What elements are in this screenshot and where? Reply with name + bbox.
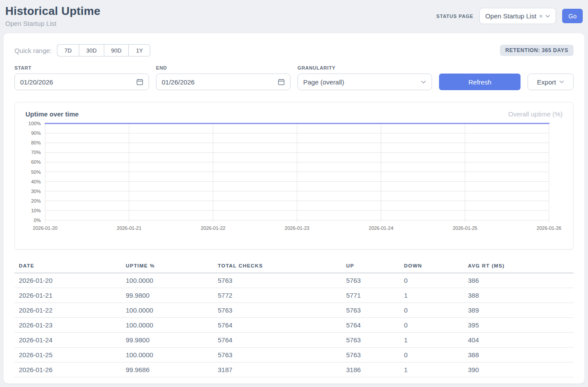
- table-cell: 388: [464, 348, 574, 362]
- export-button[interactable]: Export: [528, 74, 574, 90]
- status-page-select[interactable]: Open Startup List ×: [479, 8, 556, 24]
- uptime-table: DATEUPTIME %TOTAL CHECKSUPDOWNAVG RT (MS…: [14, 260, 574, 377]
- table-cell: 0: [400, 273, 464, 288]
- table-cell: 388: [464, 288, 574, 303]
- table-row: 2026-01-22100.0000576357630389: [14, 303, 574, 318]
- calendar-icon[interactable]: [278, 78, 285, 85]
- table-cell: 2026-01-26: [14, 362, 121, 377]
- column-header: TOTAL CHECKS: [213, 260, 342, 273]
- svg-text:2026-01-23: 2026-01-23: [285, 225, 309, 231]
- column-header: AVG RT (MS): [464, 260, 574, 273]
- table-cell: 1: [400, 333, 464, 348]
- end-field: END 01/26/2026: [156, 65, 290, 90]
- svg-text:70%: 70%: [31, 150, 41, 155]
- table-cell: 5771: [342, 288, 400, 303]
- svg-text:90%: 90%: [31, 130, 41, 136]
- table-row: 2026-01-23100.0000576457640395: [14, 318, 574, 333]
- table-cell: 3187: [213, 362, 342, 377]
- table-cell: 386: [464, 273, 574, 288]
- svg-text:2026-01-21: 2026-01-21: [117, 225, 142, 231]
- svg-text:80%: 80%: [31, 140, 41, 145]
- retention-badge: RETENTION: 365 DAYS: [500, 45, 574, 56]
- table-cell: 5764: [213, 333, 342, 348]
- table-row: 2026-01-2499.9800576457631404: [14, 333, 574, 348]
- start-date-input[interactable]: 01/20/2026: [14, 74, 149, 90]
- table-cell: 99.9686: [121, 362, 213, 377]
- column-header: UPTIME %: [121, 260, 213, 273]
- table-row: 2026-01-20100.0000576357630386: [14, 273, 574, 288]
- end-label: END: [156, 65, 290, 70]
- svg-text:2026-01-26: 2026-01-26: [537, 225, 561, 231]
- table-row: 2026-01-25100.0000576357630388: [14, 348, 574, 362]
- table-cell: 2026-01-20: [14, 273, 121, 288]
- refresh-button[interactable]: Refresh: [439, 74, 521, 90]
- column-header: DOWN: [400, 260, 464, 273]
- chevron-down-icon: [545, 14, 550, 19]
- status-page-select-value: Open Startup List: [485, 12, 536, 20]
- header-right: STATUS PAGE Open Startup List × Go: [436, 4, 583, 24]
- svg-text:10%: 10%: [31, 208, 41, 213]
- table-row: 2026-01-2199.9800577257711388: [14, 288, 574, 303]
- svg-text:40%: 40%: [31, 179, 41, 184]
- table-cell: 390: [464, 362, 574, 377]
- quick-range-7d[interactable]: 7D: [57, 44, 79, 56]
- table-cell: 395: [464, 318, 574, 333]
- table-cell: 2026-01-24: [14, 333, 121, 348]
- table-cell: 389: [464, 303, 574, 318]
- table-cell: 99.9800: [121, 288, 213, 303]
- chart-title: Uptime over time: [25, 110, 79, 118]
- svg-text:2026-01-25: 2026-01-25: [453, 225, 477, 231]
- svg-text:50%: 50%: [31, 169, 41, 175]
- uptime-line-chart: 0%10%20%30%40%50%60%70%80%90%100%2026-01…: [25, 120, 563, 235]
- granularity-select[interactable]: Page (overall): [298, 74, 432, 90]
- table-cell: 5763: [342, 348, 400, 362]
- table-cell: 5763: [342, 273, 400, 288]
- chevron-down-icon: [559, 79, 564, 84]
- end-date-input[interactable]: 01/26/2026: [156, 74, 290, 90]
- table-body: 2026-01-20100.00005763576303862026-01-21…: [14, 273, 574, 377]
- svg-text:30%: 30%: [31, 189, 41, 194]
- status-page-label: STATUS PAGE: [436, 14, 474, 19]
- calendar-icon[interactable]: [136, 78, 143, 85]
- table-row: 2026-01-2699.9686318731861390: [14, 362, 574, 377]
- chevron-down-icon: [421, 79, 426, 85]
- table-cell: 5763: [213, 273, 342, 288]
- table-cell: 2026-01-22: [14, 303, 121, 318]
- table-header-row: DATEUPTIME %TOTAL CHECKSUPDOWNAVG RT (MS…: [14, 260, 574, 273]
- quick-range-30d[interactable]: 30D: [79, 44, 104, 56]
- quick-range-group: 7D30D90D1Y: [57, 44, 150, 56]
- page-subtitle: Open Startup List: [5, 20, 100, 27]
- quick-range-label: Quick range:: [14, 47, 52, 54]
- uptime-chart-card: Uptime over time Overall uptime (%) 0%10…: [14, 102, 574, 250]
- table-cell: 5763: [213, 348, 342, 362]
- table-cell: 5772: [213, 288, 342, 303]
- start-label: START: [14, 65, 149, 70]
- table-cell: 0: [400, 348, 464, 362]
- export-label: Export: [537, 78, 556, 86]
- svg-text:0%: 0%: [34, 218, 41, 223]
- table-cell: 0: [400, 318, 464, 333]
- main-card: Quick range: 7D30D90D1Y RETENTION: 365 D…: [4, 33, 584, 383]
- chart-header: Uptime over time Overall uptime (%): [25, 110, 563, 118]
- go-button[interactable]: Go: [562, 9, 583, 23]
- quick-range-90d[interactable]: 90D: [104, 44, 129, 56]
- table-cell: 2026-01-23: [14, 318, 121, 333]
- quick-range-1y[interactable]: 1Y: [128, 44, 150, 56]
- table-cell: 1: [400, 288, 464, 303]
- table-cell: 100.0000: [121, 303, 213, 318]
- clear-selection-icon[interactable]: ×: [539, 13, 542, 19]
- filters-row: START 01/20/2026 END 01/26/2026 GRANULAR…: [14, 65, 574, 90]
- table-cell: 5764: [213, 318, 342, 333]
- page-header: Historical Uptime Open Startup List STAT…: [0, 0, 588, 27]
- title-block: Historical Uptime Open Startup List: [5, 4, 100, 27]
- granularity-field: GRANULARITY Page (overall): [298, 65, 432, 90]
- column-header: DATE: [14, 260, 121, 273]
- column-header: UP: [342, 260, 400, 273]
- table-cell: 3186: [342, 362, 400, 377]
- table-cell: 5763: [342, 333, 400, 348]
- table-cell: 5763: [342, 303, 400, 318]
- table-cell: 5763: [213, 303, 342, 318]
- end-date-value: 01/26/2026: [162, 78, 195, 86]
- svg-text:2026-01-24: 2026-01-24: [369, 225, 393, 231]
- svg-text:2026-01-20: 2026-01-20: [33, 225, 57, 231]
